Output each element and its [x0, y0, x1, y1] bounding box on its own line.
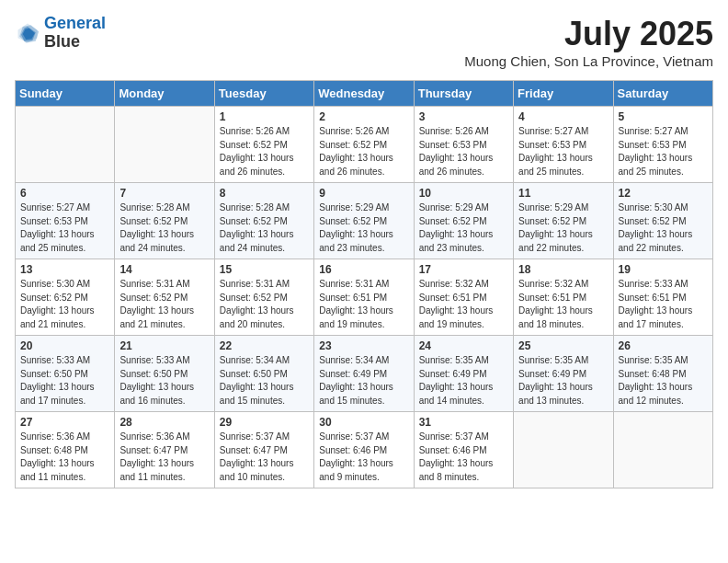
day-number: 11	[518, 187, 608, 200]
day-cell: 2Sunrise: 5:26 AM Sunset: 6:52 PM Daylig…	[314, 107, 414, 183]
week-row-2: 6Sunrise: 5:27 AM Sunset: 6:53 PM Daylig…	[16, 183, 713, 259]
day-cell: 16Sunrise: 5:31 AM Sunset: 6:51 PM Dayli…	[314, 259, 414, 336]
logo-line2: Blue	[44, 33, 106, 52]
day-cell: 3Sunrise: 5:26 AM Sunset: 6:53 PM Daylig…	[414, 107, 513, 183]
day-cell	[514, 412, 613, 488]
week-row-5: 27Sunrise: 5:36 AM Sunset: 6:48 PM Dayli…	[16, 412, 713, 488]
day-number: 8	[220, 187, 309, 200]
day-cell: 17Sunrise: 5:32 AM Sunset: 6:51 PM Dayli…	[414, 259, 513, 336]
day-number: 29	[220, 416, 309, 429]
day-number: 1	[220, 110, 309, 123]
day-number: 6	[20, 187, 109, 200]
day-number: 16	[319, 263, 408, 276]
day-info: Sunrise: 5:35 AM Sunset: 6:49 PM Dayligh…	[518, 354, 608, 408]
day-cell: 10Sunrise: 5:29 AM Sunset: 6:52 PM Dayli…	[414, 183, 513, 259]
day-info: Sunrise: 5:37 AM Sunset: 6:47 PM Dayligh…	[220, 431, 309, 484]
day-info: Sunrise: 5:33 AM Sunset: 6:51 PM Dayligh…	[619, 278, 708, 331]
page-header: General Blue July 2025 Muong Chien, Son …	[15, 15, 713, 69]
day-info: Sunrise: 5:29 AM Sunset: 6:52 PM Dayligh…	[518, 201, 608, 255]
logo-text: General Blue	[44, 15, 106, 52]
month-year: July 2025	[464, 15, 713, 53]
day-number: 26	[619, 339, 708, 352]
day-cell: 19Sunrise: 5:33 AM Sunset: 6:51 PM Dayli…	[613, 259, 712, 336]
day-info: Sunrise: 5:27 AM Sunset: 6:53 PM Dayligh…	[619, 125, 708, 178]
day-info: Sunrise: 5:29 AM Sunset: 6:52 PM Dayligh…	[419, 201, 508, 255]
day-cell: 4Sunrise: 5:27 AM Sunset: 6:53 PM Daylig…	[514, 107, 613, 183]
day-number: 14	[119, 263, 209, 276]
day-info: Sunrise: 5:33 AM Sunset: 6:50 PM Dayligh…	[20, 354, 109, 408]
day-info: Sunrise: 5:37 AM Sunset: 6:46 PM Dayligh…	[419, 431, 508, 484]
location: Muong Chien, Son La Province, Vietnam	[464, 53, 713, 69]
day-info: Sunrise: 5:27 AM Sunset: 6:53 PM Dayligh…	[518, 125, 608, 178]
title-block: July 2025 Muong Chien, Son La Province, …	[464, 15, 713, 69]
day-number: 19	[619, 263, 708, 276]
week-row-4: 20Sunrise: 5:33 AM Sunset: 6:50 PM Dayli…	[16, 336, 713, 412]
day-cell: 28Sunrise: 5:36 AM Sunset: 6:47 PM Dayli…	[115, 412, 214, 488]
day-number: 4	[518, 110, 608, 123]
day-cell: 29Sunrise: 5:37 AM Sunset: 6:47 PM Dayli…	[214, 412, 313, 488]
day-info: Sunrise: 5:37 AM Sunset: 6:46 PM Dayligh…	[319, 431, 408, 484]
day-info: Sunrise: 5:31 AM Sunset: 6:52 PM Dayligh…	[119, 278, 209, 331]
day-info: Sunrise: 5:32 AM Sunset: 6:51 PM Dayligh…	[518, 278, 608, 331]
day-cell	[613, 412, 712, 488]
day-info: Sunrise: 5:31 AM Sunset: 6:52 PM Dayligh…	[220, 278, 309, 331]
day-info: Sunrise: 5:35 AM Sunset: 6:48 PM Dayligh…	[619, 354, 708, 408]
day-number: 12	[619, 187, 708, 200]
day-cell: 6Sunrise: 5:27 AM Sunset: 6:53 PM Daylig…	[16, 183, 115, 259]
day-info: Sunrise: 5:32 AM Sunset: 6:51 PM Dayligh…	[419, 278, 508, 331]
day-cell: 5Sunrise: 5:27 AM Sunset: 6:53 PM Daylig…	[613, 107, 712, 183]
day-cell: 9Sunrise: 5:29 AM Sunset: 6:52 PM Daylig…	[314, 183, 414, 259]
day-info: Sunrise: 5:31 AM Sunset: 6:51 PM Dayligh…	[319, 278, 408, 331]
header-cell-sunday: Sunday	[16, 81, 115, 107]
logo: General Blue	[15, 15, 106, 52]
header-row: SundayMondayTuesdayWednesdayThursdayFrid…	[16, 81, 713, 107]
day-number: 5	[619, 110, 708, 123]
day-number: 21	[119, 339, 209, 352]
day-number: 20	[20, 339, 109, 352]
day-cell: 22Sunrise: 5:34 AM Sunset: 6:50 PM Dayli…	[214, 336, 313, 412]
day-cell: 13Sunrise: 5:30 AM Sunset: 6:52 PM Dayli…	[16, 259, 115, 336]
day-number: 24	[419, 339, 508, 352]
day-cell: 31Sunrise: 5:37 AM Sunset: 6:46 PM Dayli…	[414, 412, 513, 488]
day-cell: 8Sunrise: 5:28 AM Sunset: 6:52 PM Daylig…	[214, 183, 313, 259]
day-info: Sunrise: 5:35 AM Sunset: 6:49 PM Dayligh…	[419, 354, 508, 408]
header-cell-tuesday: Tuesday	[214, 81, 313, 107]
day-number: 7	[119, 187, 209, 200]
day-number: 9	[319, 187, 408, 200]
day-number: 28	[119, 416, 209, 429]
day-info: Sunrise: 5:30 AM Sunset: 6:52 PM Dayligh…	[20, 278, 109, 331]
day-info: Sunrise: 5:27 AM Sunset: 6:53 PM Dayligh…	[20, 201, 109, 255]
header-cell-thursday: Thursday	[414, 81, 513, 107]
day-info: Sunrise: 5:29 AM Sunset: 6:52 PM Dayligh…	[319, 201, 408, 255]
day-cell: 24Sunrise: 5:35 AM Sunset: 6:49 PM Dayli…	[414, 336, 513, 412]
day-cell: 27Sunrise: 5:36 AM Sunset: 6:48 PM Dayli…	[16, 412, 115, 488]
day-number: 18	[518, 263, 608, 276]
day-cell: 12Sunrise: 5:30 AM Sunset: 6:52 PM Dayli…	[613, 183, 712, 259]
day-cell: 15Sunrise: 5:31 AM Sunset: 6:52 PM Dayli…	[214, 259, 313, 336]
day-number: 13	[20, 263, 109, 276]
day-info: Sunrise: 5:28 AM Sunset: 6:52 PM Dayligh…	[119, 201, 209, 255]
day-cell: 18Sunrise: 5:32 AM Sunset: 6:51 PM Dayli…	[514, 259, 613, 336]
day-cell	[16, 107, 115, 183]
day-cell: 26Sunrise: 5:35 AM Sunset: 6:48 PM Dayli…	[613, 336, 712, 412]
header-cell-monday: Monday	[115, 81, 214, 107]
day-cell: 23Sunrise: 5:34 AM Sunset: 6:49 PM Dayli…	[314, 336, 414, 412]
day-number: 31	[419, 416, 508, 429]
day-cell: 11Sunrise: 5:29 AM Sunset: 6:52 PM Dayli…	[514, 183, 613, 259]
day-cell: 14Sunrise: 5:31 AM Sunset: 6:52 PM Dayli…	[115, 259, 214, 336]
day-info: Sunrise: 5:34 AM Sunset: 6:49 PM Dayligh…	[319, 354, 408, 408]
day-info: Sunrise: 5:30 AM Sunset: 6:52 PM Dayligh…	[619, 201, 708, 255]
day-info: Sunrise: 5:36 AM Sunset: 6:48 PM Dayligh…	[20, 431, 109, 484]
day-number: 10	[419, 187, 508, 200]
day-cell	[115, 107, 214, 183]
header-cell-friday: Friday	[514, 81, 613, 107]
day-info: Sunrise: 5:36 AM Sunset: 6:47 PM Dayligh…	[119, 431, 209, 484]
day-cell: 7Sunrise: 5:28 AM Sunset: 6:52 PM Daylig…	[115, 183, 214, 259]
day-info: Sunrise: 5:34 AM Sunset: 6:50 PM Dayligh…	[220, 354, 309, 408]
week-row-3: 13Sunrise: 5:30 AM Sunset: 6:52 PM Dayli…	[16, 259, 713, 336]
day-cell: 21Sunrise: 5:33 AM Sunset: 6:50 PM Dayli…	[115, 336, 214, 412]
calendar-table: SundayMondayTuesdayWednesdayThursdayFrid…	[15, 80, 713, 488]
day-cell: 1Sunrise: 5:26 AM Sunset: 6:52 PM Daylig…	[214, 107, 313, 183]
header-cell-wednesday: Wednesday	[314, 81, 414, 107]
day-number: 25	[518, 339, 608, 352]
